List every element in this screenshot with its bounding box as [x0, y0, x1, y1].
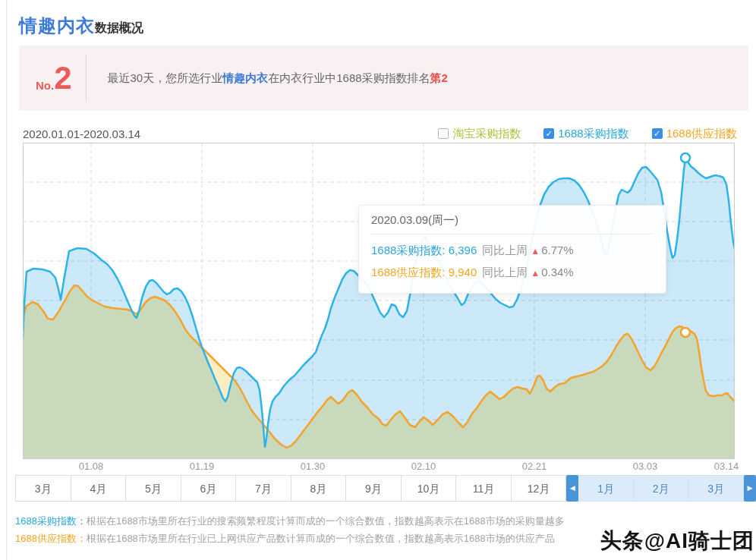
rank-value: 2: [54, 62, 71, 94]
month-tab[interactable]: 3月: [15, 475, 71, 502]
footnote-supply-label: 1688供应指数：: [15, 533, 87, 544]
rank-no-label: No.: [36, 80, 54, 94]
x-axis-tick: 02.10: [401, 461, 446, 472]
tooltip-supply-label: 1688供应指数:: [371, 266, 449, 278]
x-axis-tick: 01.19: [179, 461, 225, 472]
rank-banner: No.2 最近30天，您所选行业情趣内衣在内衣行业中1688采购指数排名第2: [19, 46, 748, 111]
rank-position: 第2: [430, 71, 448, 84]
month-tab[interactable]: 7月: [235, 475, 291, 502]
rank-description: 最近30天，您所选行业情趣内衣在内衣行业中1688采购指数排名第2: [108, 71, 448, 86]
page-title: 情趣内衣数据概况: [0, 0, 756, 39]
page-title-industry: 情趣内衣: [19, 15, 95, 36]
legend-item-taobao-purchase-index[interactable]: 淘宝采购指数: [438, 127, 521, 141]
tooltip-purchase-label: 1688采购指数:: [371, 244, 449, 256]
legend-item-1688-supply-index[interactable]: ✓1688供应指数: [652, 127, 737, 141]
chart-date-range: 2020.01.01-2020.03.14: [23, 127, 140, 140]
tooltip-date: 2020.03.09(周一): [371, 213, 654, 234]
month-nav-next-button[interactable]: ▶: [744, 475, 756, 502]
rank-text-middle: 在内衣行业中1688采购指数排名: [268, 71, 430, 84]
page: 情趣内衣数据概况 No.2 最近30天，您所选行业情趣内衣在内衣行业中1688采…: [0, 0, 756, 560]
x-axis-tick: 01.30: [290, 461, 335, 472]
x-axis-tick: 03.03: [622, 461, 668, 472]
x-axis-tick: 01.08: [68, 461, 114, 472]
rank-text-before: 最近30天，您所选行业: [108, 71, 223, 84]
month-tab[interactable]: 5月: [125, 475, 181, 502]
month-nav-prev-button[interactable]: ◀: [566, 475, 578, 502]
divider: [86, 55, 87, 102]
chart-canvas[interactable]: [23, 143, 735, 459]
watermark: 头条@AI骑士团: [600, 527, 754, 555]
month-tab[interactable]: 9月: [345, 475, 402, 502]
month-tab[interactable]: 1月: [578, 475, 634, 502]
page-title-suffix: 数据概况: [95, 21, 143, 34]
rank-industry: 情趣内衣: [222, 71, 268, 84]
tooltip-purchase-value: 6,396: [449, 244, 477, 256]
tooltip-purchase-delta: 6.77%: [541, 244, 574, 256]
chart-header: 2020.01.01-2020.03.14 淘宝采购指数✓1688采购指数✓16…: [23, 124, 737, 143]
month-tab[interactable]: 8月: [291, 475, 347, 502]
chevron-left-icon: ◀: [570, 484, 575, 492]
tooltip-supply-value: 9,940: [449, 266, 477, 278]
page-left-border: [6, 0, 7, 560]
x-axis-tick: 02.21: [512, 461, 557, 472]
month-tab[interactable]: 6月: [181, 475, 237, 502]
hover-marker[interactable]: [681, 153, 690, 162]
x-axis-tick: 03.14: [704, 461, 749, 472]
footnote-purchase-text: 根据在1688市场里所在行业的搜索频繁程度计算而成的一个综合数值，指数越高表示在…: [87, 515, 565, 527]
up-arrow-icon: ▲: [531, 268, 540, 278]
chevron-right-icon: ▶: [747, 484, 752, 492]
month-tab[interactable]: 10月: [401, 475, 457, 502]
tooltip-row-supply: 1688供应指数: 9,940同比上周▲0.34%: [371, 262, 654, 284]
month-nav: 3月4月5月6月7月8月9月10月11月12月◀1月2月3月▶: [15, 475, 756, 502]
up-arrow-icon: ▲: [531, 246, 540, 256]
tooltip-row-purchase: 1688采购指数: 6,396同比上周▲6.77%: [371, 240, 654, 262]
month-tab[interactable]: 2月: [633, 475, 689, 502]
rank-number: No.2: [36, 62, 72, 94]
chart-legend: 淘宝采购指数✓1688采购指数✓1688供应指数: [438, 127, 737, 141]
checkbox-checked-icon[interactable]: ✓: [543, 128, 554, 139]
tooltip-compare-label: 同比上周: [482, 244, 528, 256]
tooltip-compare-label: 同比上周: [482, 266, 528, 278]
tooltip-supply-delta: 0.34%: [541, 266, 574, 278]
legend-label: 1688采购指数: [558, 127, 628, 141]
hover-marker[interactable]: [681, 328, 690, 337]
legend-item-1688-purchase-index[interactable]: ✓1688采购指数: [543, 127, 628, 141]
month-tab[interactable]: 4月: [71, 475, 127, 502]
month-tab[interactable]: 3月: [688, 475, 744, 502]
checkbox-checked-icon[interactable]: ✓: [652, 128, 663, 139]
checkbox-unchecked-icon[interactable]: [438, 128, 449, 139]
chart-tooltip: 2020.03.09(周一) 1688采购指数: 6,396同比上周▲6.77%…: [358, 205, 666, 294]
x-axis-labels: 01.0801.1901.3002.1002.2103.0303.14: [23, 461, 735, 474]
month-tab[interactable]: 11月: [455, 475, 512, 502]
month-tab[interactable]: 12月: [511, 475, 567, 502]
purchase-index-chart[interactable]: 01.0801.1901.3002.1002.2103.0303.14 2020…: [23, 143, 735, 474]
footnote-purchase-label: 1688采购指数：: [15, 515, 87, 527]
legend-label: 1688供应指数: [666, 127, 737, 141]
footnote-supply-text: 根据在1688市场里所在行业已上网供应产品数计算而成的一个综合数值，指数越高表示…: [87, 533, 555, 544]
legend-label: 淘宝采购指数: [452, 127, 521, 141]
